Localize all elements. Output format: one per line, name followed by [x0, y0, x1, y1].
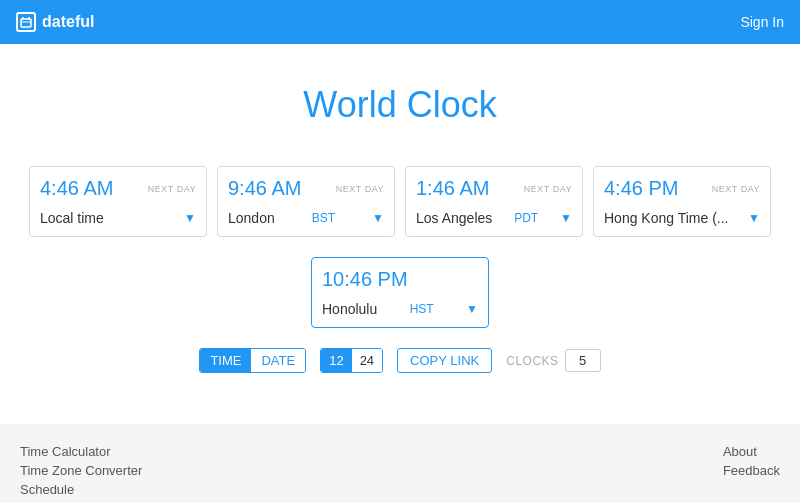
logo-icon	[16, 12, 36, 32]
clock-zone-name-3: Hong Kong Time (...	[604, 210, 729, 226]
clock-zone-row-2[interactable]: Los Angeles PDT ▼	[406, 206, 582, 236]
time-toggle-btn[interactable]: TIME	[200, 349, 251, 372]
clocks-count-input[interactable]	[565, 349, 601, 372]
copy-link-button[interactable]: COPY LINK	[397, 348, 492, 373]
next-day-badge-2: NEXT DAY	[524, 184, 572, 194]
footer-link-about[interactable]: About	[723, 444, 780, 459]
footer-link-timezone-converter[interactable]: Time Zone Converter	[20, 463, 147, 478]
single-clock-card: 10:46 PM Honolulu HST ▼	[311, 257, 489, 328]
clock-card-2: 1:46 AM NEXT DAY Los Angeles PDT ▼	[405, 166, 583, 237]
clock-card-0: 4:46 AM NEXT DAY Local time ▼	[29, 166, 207, 237]
app-header: dateful Sign In	[0, 0, 800, 44]
clock-zone-row-1[interactable]: London BST ▼	[218, 206, 394, 236]
clock-dropdown-arrow-0[interactable]: ▼	[184, 211, 196, 225]
clocks-count-group: CLOCKS	[506, 349, 600, 372]
clock-time-1: 9:46 AM	[228, 177, 301, 200]
clock-zone-name-2: Los Angeles	[416, 210, 492, 226]
single-clock-zone-abbr: HST	[410, 302, 434, 316]
footer-link-schedule[interactable]: Schedule	[20, 482, 147, 497]
clock-card-1: 9:46 AM NEXT DAY London BST ▼	[217, 166, 395, 237]
date-toggle-btn[interactable]: DATE	[251, 349, 305, 372]
clock-time-row-1: 9:46 AM NEXT DAY	[218, 167, 394, 206]
single-clock-zone-row[interactable]: Honolulu HST ▼	[312, 297, 488, 327]
clock-zone-name-1: London	[228, 210, 275, 226]
logo-text: dateful	[42, 13, 94, 31]
controls-row: TIME DATE 12 24 COPY LINK CLOCKS	[20, 348, 780, 373]
clock-zone-row-3[interactable]: Hong Kong Time (... ▼	[594, 206, 770, 236]
clocks-label: CLOCKS	[506, 354, 558, 368]
clock-zone-name-0: Local time	[40, 210, 104, 226]
single-clock-time: 10:46 PM	[322, 268, 408, 291]
clock-time-2: 1:46 AM	[416, 177, 489, 200]
next-day-badge-1: NEXT DAY	[336, 184, 384, 194]
hour-24-btn[interactable]: 24	[352, 349, 382, 372]
footer-link-time-calculator[interactable]: Time Calculator	[20, 444, 147, 459]
next-day-badge-3: NEXT DAY	[712, 184, 760, 194]
hour-format-toggle[interactable]: 12 24	[320, 348, 383, 373]
footer: Time Calculator Time Zone Converter Sche…	[0, 424, 800, 503]
next-day-badge-0: NEXT DAY	[148, 184, 196, 194]
clock-time-0: 4:46 AM	[40, 177, 113, 200]
single-clock-row: 10:46 PM Honolulu HST ▼	[20, 257, 780, 328]
clock-zone-abbr-1: BST	[312, 211, 335, 225]
single-clock-zone-name: Honolulu	[322, 301, 377, 317]
clock-zone-row-0[interactable]: Local time ▼	[30, 206, 206, 236]
clock-time-row-3: 4:46 PM NEXT DAY	[594, 167, 770, 206]
footer-left: Time Calculator Time Zone Converter Sche…	[20, 444, 147, 503]
footer-right: About Feedback	[723, 444, 780, 503]
clock-card-3: 4:46 PM NEXT DAY Hong Kong Time (... ▼	[593, 166, 771, 237]
clock-time-3: 4:46 PM	[604, 177, 678, 200]
clock-dropdown-arrow-3[interactable]: ▼	[748, 211, 760, 225]
clock-zone-abbr-2: PDT	[514, 211, 538, 225]
sign-in-button[interactable]: Sign In	[740, 14, 784, 30]
time-date-toggle[interactable]: TIME DATE	[199, 348, 306, 373]
single-clock-time-row: 10:46 PM	[312, 258, 488, 297]
clock-dropdown-arrow-1[interactable]: ▼	[372, 211, 384, 225]
logo[interactable]: dateful	[16, 12, 94, 32]
footer-link-feedback[interactable]: Feedback	[723, 463, 780, 478]
clock-dropdown-arrow-2[interactable]: ▼	[560, 211, 572, 225]
single-clock-dropdown-arrow[interactable]: ▼	[466, 302, 478, 316]
page-title: World Clock	[20, 84, 780, 126]
clocks-row: 4:46 AM NEXT DAY Local time ▼ 9:46 AM NE…	[20, 166, 780, 237]
main-content: World Clock 4:46 AM NEXT DAY Local time …	[0, 44, 800, 424]
svg-rect-0	[21, 19, 31, 27]
hour-12-btn[interactable]: 12	[321, 349, 351, 372]
clock-time-row-2: 1:46 AM NEXT DAY	[406, 167, 582, 206]
clock-time-row-0: 4:46 AM NEXT DAY	[30, 167, 206, 206]
